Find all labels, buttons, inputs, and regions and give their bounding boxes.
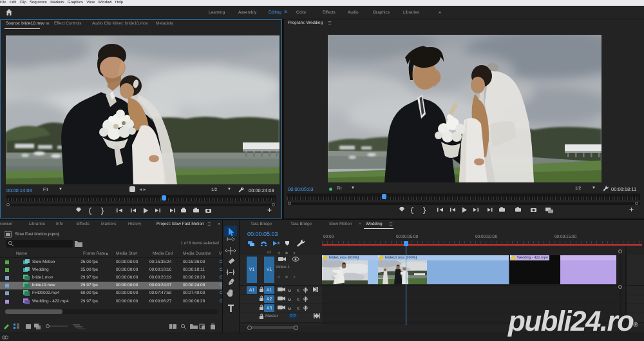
svg-text:M: M	[288, 289, 291, 293]
svg-text:S: S	[297, 298, 299, 302]
svg-text:S: S	[297, 289, 299, 293]
svg-text:M: M	[288, 307, 291, 311]
svg-text:V2: V2	[267, 250, 272, 255]
svg-text:S: S	[297, 307, 299, 311]
svg-text:M: M	[288, 298, 291, 302]
